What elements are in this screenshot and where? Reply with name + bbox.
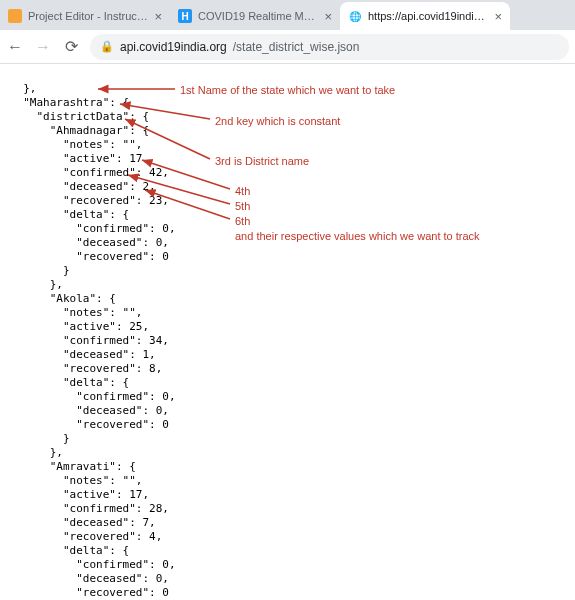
tab-covid-monitor[interactable]: H COVID19 Realtime Monitoring × (170, 2, 340, 30)
annotation-5: 5th (235, 199, 250, 213)
json-content: }, "Maharashtra": { "districtData": { "A… (0, 64, 575, 600)
annotation-7: and their respective values which we wan… (235, 229, 480, 243)
tab-api-json[interactable]: 🌐 https://api.covid19india.org/sta × (340, 2, 510, 30)
annotation-4: 4th (235, 184, 250, 198)
close-icon[interactable]: × (154, 9, 162, 24)
close-icon[interactable]: × (324, 9, 332, 24)
url-host: api.covid19india.org (120, 40, 227, 54)
back-button[interactable]: ← (6, 38, 24, 56)
address-bar[interactable]: 🔒 api.covid19india.org/state_district_wi… (90, 34, 569, 60)
globe-icon: 🌐 (348, 9, 362, 23)
toolbar: ← → ⟳ 🔒 api.covid19india.org/state_distr… (0, 30, 575, 64)
tab-bar: Project Editor - Instructables × H COVID… (0, 0, 575, 30)
tab-title: https://api.covid19india.org/sta (368, 10, 488, 22)
robot-icon (8, 9, 22, 23)
annotation-6: 6th (235, 214, 250, 228)
tab-title: Project Editor - Instructables (28, 10, 148, 22)
annotation-2: 2nd key which is constant (215, 114, 340, 128)
url-path: /state_district_wise.json (233, 40, 360, 54)
annotation-1: 1st Name of the state which we want to t… (180, 83, 395, 97)
letter-icon: H (178, 9, 192, 23)
forward-button[interactable]: → (34, 38, 52, 56)
lock-icon: 🔒 (100, 40, 114, 53)
annotation-3: 3rd is District name (215, 154, 309, 168)
tab-instructables[interactable]: Project Editor - Instructables × (0, 2, 170, 30)
reload-button[interactable]: ⟳ (62, 37, 80, 56)
close-icon[interactable]: × (494, 9, 502, 24)
tab-title: COVID19 Realtime Monitoring (198, 10, 318, 22)
annotation-layer: 1st Name of the state which we want to t… (0, 64, 6, 190)
json-body: }, "Maharashtra": { "districtData": { "A… (10, 82, 176, 600)
